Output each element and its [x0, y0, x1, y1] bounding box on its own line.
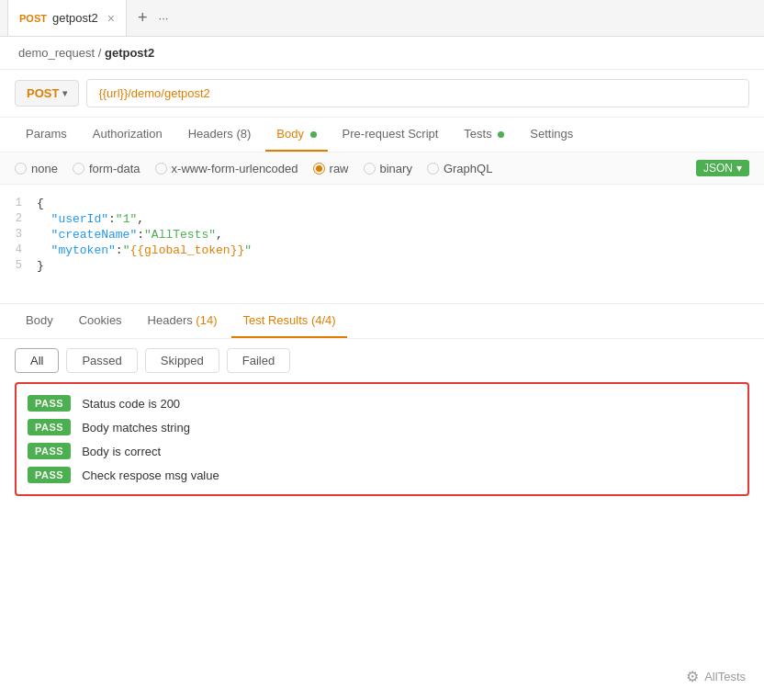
tab-close-icon[interactable]: × [107, 11, 115, 26]
res-tab-test-results-label: Test Results (4/4) [242, 313, 335, 327]
pass-badge: PASS [28, 443, 71, 459]
res-tab-body-label: Body [26, 313, 53, 327]
opt-urlencoded-label: x-www-form-urlencoded [172, 162, 298, 175]
tab-getpost2[interactable]: POST getpost2 × [7, 0, 127, 36]
opt-binary-label: binary [380, 162, 412, 175]
radio-raw [313, 163, 325, 175]
code-content: "mytoken":"{{global_token}}" [37, 243, 764, 257]
tab-pre-request-label: Pre-request Script [343, 127, 439, 141]
response-section: Body Cookies Headers (14) Test Results (… [0, 304, 764, 496]
tab-params-label: Params [26, 127, 67, 141]
test-label: Status code is 200 [82, 397, 180, 411]
opt-raw[interactable]: raw [313, 162, 349, 175]
filter-all-label: All [30, 354, 43, 367]
res-tab-headers-label: Headers (14) [148, 313, 218, 327]
code-line-5: 5 } [0, 258, 764, 274]
filter-passed-label: Passed [82, 354, 121, 367]
opt-none-label: none [31, 162, 58, 175]
filter-passed[interactable]: Passed [66, 348, 137, 373]
opt-urlencoded[interactable]: x-www-form-urlencoded [155, 162, 298, 175]
code-line-1: 1 { [0, 196, 764, 211]
filter-skipped[interactable]: Skipped [145, 348, 219, 373]
brand-name: AllTests [704, 670, 746, 683]
method-label: POST [27, 86, 59, 100]
breadcrumb-current: getpost2 [105, 46, 154, 60]
radio-binary [364, 163, 376, 175]
brand-icon: ⚙ [686, 668, 699, 685]
breadcrumb-separator: / [98, 46, 105, 60]
body-dot-icon [310, 131, 317, 138]
url-input[interactable] [86, 79, 749, 107]
code-content: { [37, 197, 764, 210]
tab-title: getpost2 [52, 11, 98, 25]
opt-graphql[interactable]: GraphQL [427, 162, 492, 175]
res-tab-cookies[interactable]: Cookies [68, 304, 133, 338]
tab-body[interactable]: Body [265, 118, 327, 152]
radio-none [15, 163, 27, 175]
filter-skipped-label: Skipped [161, 354, 204, 367]
tab-tests-label: Tests [464, 127, 491, 141]
tab-add-button[interactable]: + [127, 8, 159, 28]
tab-settings-label: Settings [530, 127, 573, 141]
breadcrumb: demo_request / getpost2 [0, 37, 764, 70]
url-bar: POST ▾ [0, 70, 764, 118]
test-result-item: PASS Body is correct [28, 443, 736, 459]
tab-pre-request[interactable]: Pre-request Script [331, 118, 450, 152]
tab-headers-label: Headers (8) [188, 127, 252, 141]
line-number: 2 [0, 212, 37, 225]
pass-badge: PASS [28, 467, 71, 483]
response-tabs: Body Cookies Headers (14) Test Results (… [0, 304, 764, 339]
code-content: } [37, 259, 764, 273]
opt-raw-label: raw [330, 162, 349, 175]
code-line-3: 3 "createName":"AllTests", [0, 227, 764, 243]
res-tab-cookies-label: Cookies [79, 313, 122, 327]
tab-settings[interactable]: Settings [519, 118, 584, 152]
method-select[interactable]: POST ▾ [15, 80, 79, 107]
test-result-item: PASS Body matches string [28, 419, 736, 435]
chevron-down-icon: ▾ [62, 88, 67, 98]
test-filters: All Passed Skipped Failed [0, 339, 764, 382]
opt-form-data-label: form-data [89, 162, 140, 175]
radio-graphql [427, 163, 439, 175]
test-label: Check respose msg value [82, 469, 219, 482]
tab-headers[interactable]: Headers (8) [177, 118, 263, 152]
chevron-down-icon: ▾ [736, 162, 742, 175]
json-format-button[interactable]: JSON ▾ [696, 160, 749, 176]
breadcrumb-parent[interactable]: demo_request [18, 46, 95, 60]
res-tab-test-results[interactable]: Test Results (4/4) [231, 304, 346, 338]
code-line-2: 2 "userId":"1", [0, 211, 764, 227]
radio-form-data [73, 163, 84, 175]
filter-all[interactable]: All [15, 348, 59, 373]
pass-badge: PASS [28, 395, 71, 412]
tab-more-button[interactable]: ··· [159, 11, 169, 25]
tab-params[interactable]: Params [15, 118, 78, 152]
filter-failed[interactable]: Failed [227, 348, 290, 373]
tab-bar: POST getpost2 × + ··· [0, 0, 764, 37]
test-label: Body matches string [82, 421, 190, 435]
footer-brand: ⚙ AllTests [686, 668, 746, 685]
body-options: none form-data x-www-form-urlencoded raw… [0, 152, 764, 185]
opt-form-data[interactable]: form-data [73, 162, 140, 175]
request-tabs: Params Authorization Headers (8) Body Pr… [0, 118, 764, 152]
json-label: JSON [703, 162, 733, 175]
opt-binary[interactable]: binary [364, 162, 412, 175]
pass-badge: PASS [28, 419, 71, 435]
test-results-list: PASS Status code is 200 PASS Body matche… [15, 382, 749, 496]
tests-dot-icon [498, 131, 504, 138]
test-result-item: PASS Status code is 200 [28, 395, 736, 412]
line-number: 4 [0, 243, 37, 256]
line-number: 3 [0, 228, 37, 241]
code-editor[interactable]: 1 { 2 "userId":"1", 3 "createName":"AllT… [0, 185, 764, 304]
res-tab-headers[interactable]: Headers (14) [137, 304, 229, 338]
filter-failed-label: Failed [242, 354, 275, 367]
line-number: 5 [0, 259, 37, 272]
tab-method-badge: POST [19, 13, 47, 24]
test-result-item: PASS Check respose msg value [28, 467, 736, 483]
tab-body-label: Body [276, 127, 304, 141]
tab-tests[interactable]: Tests [453, 118, 515, 152]
code-content: "userId":"1", [37, 212, 764, 226]
tab-authorization[interactable]: Authorization [82, 118, 174, 152]
opt-none[interactable]: none [15, 162, 58, 175]
opt-graphql-label: GraphQL [444, 162, 492, 175]
res-tab-body[interactable]: Body [15, 304, 64, 338]
